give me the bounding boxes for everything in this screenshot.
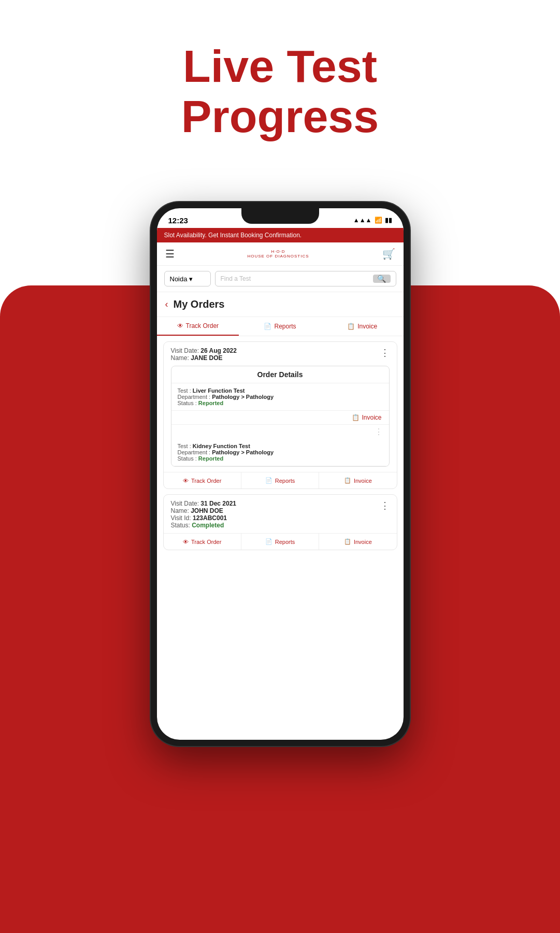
phone-frame: 12:23 ▲▲▲ 📶 ▮▮ Slot Availability. Get In… — [151, 202, 410, 746]
eye-icon-3: 👁 — [183, 539, 189, 545]
order-1-track-btn[interactable]: 👁 Track Order — [164, 472, 241, 489]
screen-content[interactable]: Slot Availability. Get Instant Booking C… — [157, 228, 404, 740]
order-1-reports-btn[interactable]: 📄 Reports — [241, 472, 319, 489]
order-1-action-row: 👁 Track Order 📄 Reports 📋 Invoice — [164, 472, 397, 489]
cart-icon[interactable]: 🛒 — [382, 248, 395, 260]
top-nav: ☰ H·O·D HOUSE OF DIAGNOSTICS 🛒 — [157, 242, 404, 266]
reports-icon-3: 📄 — [265, 538, 272, 545]
separator-dots: ⋮ — [171, 425, 389, 439]
order-1-name: Name: JANE DOE — [171, 354, 237, 362]
tab-track-order[interactable]: 👁 Track Order — [157, 317, 239, 336]
test-2-status: Status : Reported — [178, 455, 383, 462]
order-details-popup: Order Details Test : Liver Function Test… — [171, 366, 390, 467]
order-2-action-row: 👁 Track Order 📄 Reports 📋 Invoice — [164, 533, 397, 550]
order-2-track-btn[interactable]: 👁 Track Order — [164, 534, 241, 550]
chevron-down-icon: ▾ — [189, 275, 193, 283]
test-1-status: Status : Reported — [178, 400, 383, 406]
reports-icon-2: 📄 — [265, 477, 272, 484]
invoice-icon-2: 📋 — [344, 477, 351, 484]
tab-track-order-label: Track Order — [186, 322, 219, 329]
invoice-icon-1: 📋 — [352, 414, 360, 421]
page-title: Live Test Progress — [0, 41, 560, 142]
tab-invoice-label: Invoice — [357, 323, 377, 330]
order-2-invoice-btn[interactable]: 📋 Invoice — [319, 534, 396, 550]
eye-icon: 👁 — [177, 322, 183, 329]
search-button[interactable]: 🔍 — [373, 275, 391, 283]
search-icon: 🔍 — [377, 275, 386, 283]
signal-icon: ▲▲▲ — [353, 217, 372, 224]
order-2-name: Name: JOHN DOE — [171, 507, 237, 514]
page-header: ‹ My Orders — [157, 292, 404, 317]
eye-icon-2: 👁 — [183, 478, 189, 484]
tab-reports-label: Reports — [274, 323, 296, 330]
order-2-visit-date: Visit Date: 31 Dec 2021 — [171, 500, 237, 507]
notch — [241, 208, 319, 224]
order-2-menu[interactable]: ⋮ — [380, 500, 390, 511]
order-2-visit-id: Visit Id: 123ABC001 — [171, 514, 237, 522]
order-card-2-header: Visit Date: 31 Dec 2021 Name: JOHN DOE V… — [164, 495, 397, 533]
phone-screen: 12:23 ▲▲▲ 📶 ▮▮ Slot Availability. Get In… — [157, 208, 404, 740]
order-1-visit-date: Visit Date: 26 Aug 2022 — [171, 347, 237, 354]
clipboard-icon: 📋 — [347, 323, 355, 330]
tab-row: 👁 Track Order 📄 Reports 📋 Invoice — [157, 317, 404, 336]
document-icon: 📄 — [264, 323, 271, 330]
status-icons: ▲▲▲ 📶 ▮▮ — [353, 217, 392, 224]
invoice-icon-3: 📋 — [344, 538, 351, 545]
back-button[interactable]: ‹ — [165, 299, 168, 310]
hod-logo: H·O·D HOUSE OF DIAGNOSTICS — [247, 249, 309, 259]
order-card-1-header: Visit Date: 26 Aug 2022 Name: JANE DOE ⋮ — [164, 342, 397, 366]
search-input-wrap[interactable]: Find a Test 🔍 — [215, 271, 396, 286]
search-placeholder: Find a Test — [221, 275, 373, 282]
search-bar: Noida ▾ Find a Test 🔍 — [157, 266, 404, 292]
order-2-reports-btn[interactable]: 📄 Reports — [241, 534, 319, 550]
location-select[interactable]: Noida ▾ — [164, 271, 211, 286]
test-1-name: Test : Liver Function Test — [178, 387, 383, 394]
test-2-name: Test : Kidney Function Test — [178, 443, 383, 449]
order-2-status: Status: Completed — [171, 522, 237, 529]
order-2-info: Visit Date: 31 Dec 2021 Name: JOHN DOE V… — [171, 500, 237, 529]
tab-invoice[interactable]: 📋 Invoice — [321, 317, 404, 336]
invoice-button-1[interactable]: 📋 Invoice — [352, 414, 381, 421]
wifi-icon: 📶 — [375, 217, 382, 224]
hamburger-icon[interactable]: ☰ — [165, 248, 175, 260]
order-card-1: Visit Date: 26 Aug 2022 Name: JANE DOE ⋮… — [163, 341, 397, 489]
order-1-menu[interactable]: ⋮ — [380, 347, 390, 358]
order-1-invoice-btn[interactable]: 📋 Invoice — [319, 472, 396, 489]
test-item-2: Test : Kidney Function Test Department :… — [171, 439, 389, 466]
test-2-dept: Department : Pathology > Pathology — [178, 449, 383, 455]
location-label: Noida — [170, 275, 188, 283]
test-item-1: Test : Liver Function Test Department : … — [171, 383, 389, 411]
tab-reports[interactable]: 📄 Reports — [239, 317, 321, 336]
test-1-dept: Department : Pathology > Pathology — [178, 394, 383, 400]
order-card-2: Visit Date: 31 Dec 2021 Name: JOHN DOE V… — [163, 494, 397, 550]
page-title-my-orders: My Orders — [174, 298, 225, 310]
battery-icon: ▮▮ — [385, 217, 392, 224]
order-1-info: Visit Date: 26 Aug 2022 Name: JANE DOE — [171, 347, 237, 362]
invoice-area-1: 📋 Invoice — [171, 411, 389, 425]
order-details-title: Order Details — [171, 366, 389, 383]
promo-banner: Slot Availability. Get Instant Booking C… — [157, 228, 404, 242]
status-time: 12:23 — [168, 216, 188, 225]
